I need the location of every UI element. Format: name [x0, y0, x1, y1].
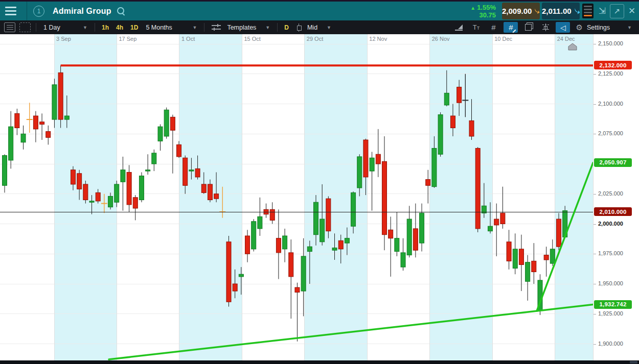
y-axis-label: 2,125.000 [598, 70, 623, 77]
y-axis-label: 1,925.000 [598, 310, 623, 317]
menu-button[interactable] [0, 2, 27, 20]
y-axis: 2,150.0002,125.0002,100.0002,075.0002,02… [593, 34, 639, 360]
price-ladder-button[interactable] [582, 4, 594, 18]
pointer-icon: ◁ [560, 23, 566, 32]
scrollbar-thumb[interactable] [630, 361, 637, 363]
current-price-tag: 2,010.000 [594, 207, 632, 216]
change-indicator: ▲1.55% 30.75 [455, 2, 501, 20]
horizontal-scrollbar[interactable] [0, 360, 639, 364]
price-chart[interactable] [0, 34, 593, 360]
templates-dropdown[interactable]: Templates ▼ [208, 24, 274, 31]
resistance-line-price-tag: 2,132.000 [594, 61, 632, 69]
chevron-down-icon: ▼ [83, 25, 87, 30]
search-icon[interactable] [117, 7, 126, 16]
y-axis-label: 2,150.000 [598, 40, 623, 46]
y-axis-label: 1,950.000 [598, 280, 623, 286]
chart-region: 3 Sep17 Sep1 Oct15 Oct29 Oct12 Nov26 Nov… [0, 34, 639, 360]
x-axis-label: 12 Nov [369, 36, 387, 42]
candle-measure-button[interactable] [538, 22, 553, 33]
instrument-title: Admiral Group [53, 7, 111, 16]
x-axis-label: 3 Sep [56, 36, 71, 42]
interval-1d-button[interactable]: 1D [127, 24, 142, 31]
interval-1h-button[interactable]: 1h [98, 24, 112, 31]
pointer-tool-button[interactable]: ◁ [556, 22, 570, 33]
text-tool-button[interactable]: TT [469, 22, 483, 33]
draw-tool-button[interactable]: # [504, 22, 518, 33]
range-dropdown-value: 5 Months [146, 24, 172, 31]
y-axis-label: 1,900.000 [598, 341, 623, 347]
settings-dropdown[interactable]: Settings ▼ [585, 24, 639, 31]
x-axis-label: 17 Sep [119, 36, 136, 42]
candlestick-icon [296, 23, 302, 32]
trendline-icon [455, 24, 463, 31]
instrument-header: 1 Admiral Group ▲1.55% 30.75 2,009.00 2,… [0, 2, 639, 20]
layers-icon [525, 24, 532, 31]
gear-icon: ⚙ [576, 23, 582, 32]
rising-trendline-target-tag: 2,050.907 [594, 158, 632, 167]
chevron-down-icon: ▼ [327, 25, 331, 30]
price-type-value: Mid [307, 24, 317, 31]
buy-arrow-up-icon [574, 7, 580, 15]
y-axis-label: 2,025.000 [598, 190, 623, 197]
change-value: 30.75 [479, 11, 496, 19]
draw-icon: # [509, 23, 513, 32]
y-axis-label: 1,975.000 [598, 250, 623, 256]
buy-price: 2,011.00 [542, 7, 572, 15]
y-axis-label: 2,100.000 [598, 101, 623, 107]
popout-icon[interactable]: ↗ [610, 4, 624, 18]
sell-price-button[interactable]: 2,009.00 [502, 3, 540, 19]
period-dropdown[interactable]: 1 Day ▼ [39, 24, 92, 31]
expand-icon[interactable]: ⇲ [596, 5, 609, 18]
trading-platform-window: 1 Admiral Group ▲1.55% 30.75 2,009.00 2,… [0, 0, 639, 364]
x-axis-label: 29 Oct [307, 36, 323, 42]
text-icon: TT [473, 23, 480, 31]
order-ticket-icon[interactable] [4, 22, 15, 32]
x-axis-label: 24 Dec [557, 36, 575, 42]
period-dropdown-value: 1 Day [43, 24, 60, 31]
change-up-icon: ▲ [470, 5, 475, 11]
instrument-info-icon[interactable]: 1 [33, 6, 44, 17]
buy-price-button[interactable]: 2,011.00 [542, 3, 580, 19]
chevron-down-icon: ▼ [265, 25, 270, 30]
price-type-dropdown[interactable]: Mid ▼ [292, 23, 335, 32]
sell-price: 2,009.00 [502, 7, 532, 15]
grid-icon: # [491, 23, 495, 32]
x-axis-label: 15 Oct [244, 36, 260, 42]
layers-button[interactable] [521, 22, 535, 33]
x-axis-label: 10 Dec [494, 36, 512, 42]
grid-layout-icon[interactable] [19, 22, 31, 32]
grid-toggle-button[interactable]: # [486, 22, 500, 33]
close-icon[interactable]: ✕ [625, 5, 638, 18]
sell-arrow-down-icon [534, 7, 540, 15]
chart-toolbar: 1 Day ▼ 1h 4h 1D 5 Months ▼ Templates ▼ … [0, 20, 639, 34]
change-percent: 1.55% [477, 4, 496, 11]
interval-4h-button[interactable]: 4h [112, 24, 127, 31]
candle-period-button[interactable]: D [281, 24, 292, 31]
templates-label: Templates [227, 24, 256, 31]
chevron-down-icon: ▼ [627, 25, 632, 30]
y-axis-label: 2,000.000 [598, 221, 623, 227]
trendline-tool-button[interactable] [451, 22, 466, 33]
y-axis-label: 2,075.000 [598, 130, 623, 136]
chevron-down-icon: ▼ [192, 25, 197, 30]
support-trendline-level-tag: 1,932.742 [594, 300, 632, 309]
range-dropdown[interactable]: 5 Months ▼ [142, 24, 201, 31]
settings-label: Settings [587, 24, 610, 31]
x-axis-label: 26 Nov [432, 36, 450, 42]
sliders-icon [212, 24, 221, 31]
x-axis-label: 1 Oct [181, 36, 195, 42]
candle-measure-icon [543, 23, 548, 31]
